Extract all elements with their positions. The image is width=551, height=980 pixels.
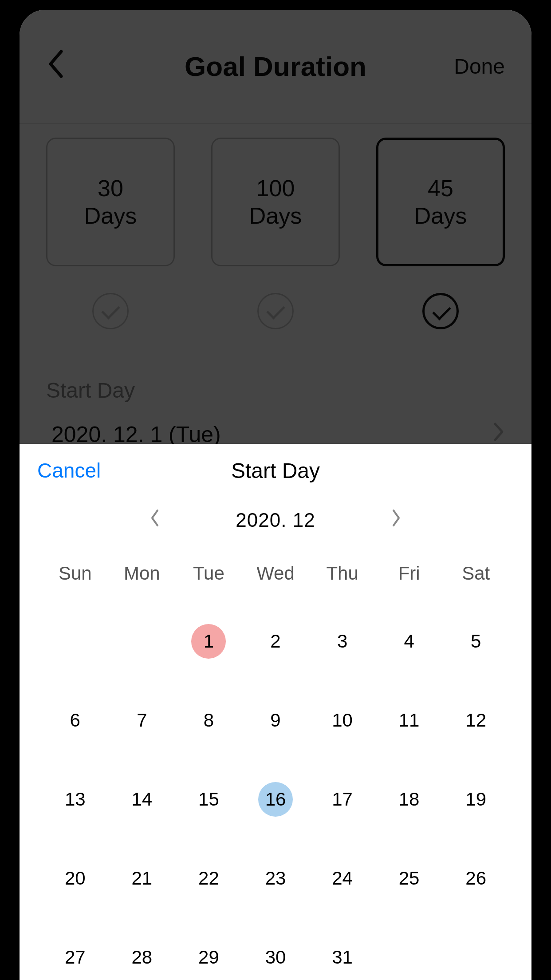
calendar-day[interactable]: 18	[376, 782, 443, 817]
calendar-day[interactable]: 24	[309, 861, 376, 896]
calendar-day[interactable]: 4	[376, 624, 443, 659]
weekday-thu: Thu	[309, 563, 376, 584]
next-month-icon[interactable]	[391, 508, 402, 533]
calendar-day[interactable]: 23	[242, 861, 309, 896]
calendar-day[interactable]: 3	[309, 624, 376, 659]
weekday-wed: Wed	[242, 563, 309, 584]
calendar-day[interactable]: 13	[42, 782, 109, 817]
month-label: 2020. 12	[236, 509, 315, 531]
calendar-day[interactable]: 6	[42, 703, 109, 738]
calendar-row: 12345	[20, 624, 531, 659]
calendar-day[interactable]: 15	[175, 782, 242, 817]
calendar-day[interactable]: 10	[309, 703, 376, 738]
weekday-sun: Sun	[42, 563, 109, 584]
weekday-tue: Tue	[175, 563, 242, 584]
date-picker-sheet: Cancel Start Day 2020. 12 Sun Mon Tue We…	[20, 444, 531, 980]
calendar-day[interactable]: 25	[376, 861, 443, 896]
calendar-day[interactable]: 19	[442, 782, 509, 817]
calendar-empty	[42, 624, 109, 659]
sheet-header: Cancel Start Day	[20, 444, 531, 497]
calendar-day[interactable]: 14	[109, 782, 176, 817]
calendar-day[interactable]: 5	[442, 624, 509, 659]
sheet-title: Start Day	[20, 458, 531, 483]
calendar-day[interactable]: 2	[242, 624, 309, 659]
calendar-day[interactable]: 21	[109, 861, 176, 896]
calendar-day[interactable]: 31	[309, 940, 376, 975]
calendar-day[interactable]: 17	[309, 782, 376, 817]
calendar-day[interactable]: 16	[242, 782, 309, 817]
calendar-empty	[109, 624, 176, 659]
weekday-header: Sun Mon Tue Wed Thu Fri Sat	[20, 563, 531, 584]
weekday-fri: Fri	[376, 563, 443, 584]
calendar-empty	[376, 940, 443, 975]
calendar-day[interactable]: 28	[109, 940, 176, 975]
calendar-row: 2728293031	[20, 940, 531, 975]
calendar-empty	[442, 940, 509, 975]
calendar-day[interactable]: 11	[376, 703, 443, 738]
calendar-day[interactable]: 9	[242, 703, 309, 738]
calendar-row: 20212223242526	[20, 861, 531, 896]
calendar-day[interactable]: 27	[42, 940, 109, 975]
calendar-day[interactable]: 7	[109, 703, 176, 738]
calendar-day[interactable]: 12	[442, 703, 509, 738]
calendar-row: 13141516171819	[20, 782, 531, 817]
month-navigator: 2020. 12	[20, 498, 531, 542]
calendar-row: 6789101112	[20, 703, 531, 738]
prev-month-icon[interactable]	[149, 508, 160, 533]
calendar-day[interactable]: 1	[175, 624, 242, 659]
calendar-day[interactable]: 30	[242, 940, 309, 975]
calendar-day[interactable]: 29	[175, 940, 242, 975]
weekday-mon: Mon	[109, 563, 176, 584]
calendar-day[interactable]: 8	[175, 703, 242, 738]
weekday-sat: Sat	[442, 563, 509, 584]
calendar-day[interactable]: 26	[442, 861, 509, 896]
calendar-day[interactable]: 22	[175, 861, 242, 896]
calendar-day[interactable]: 20	[42, 861, 109, 896]
